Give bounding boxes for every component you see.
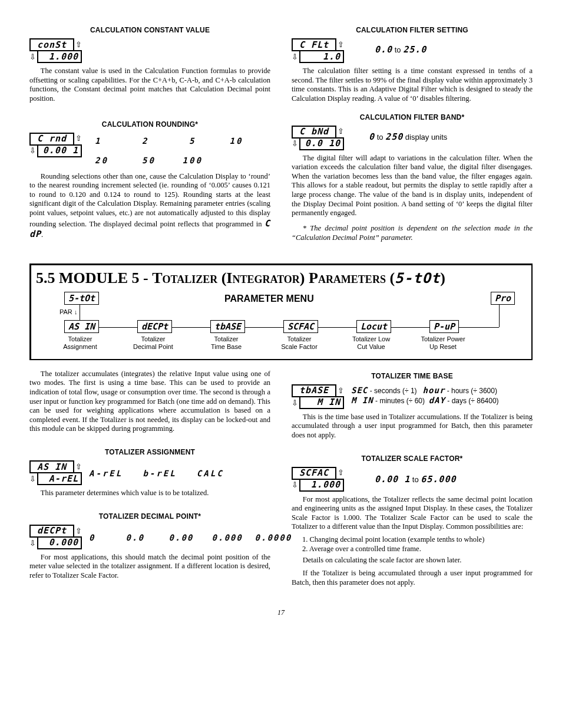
heading-calc-filter: CALCULATION FILTER SETTING	[292, 26, 533, 35]
flow-node-decpt: dECPt	[137, 320, 172, 334]
page-number: 17	[29, 608, 533, 617]
flow-node-pup: P-uP	[429, 320, 459, 334]
lcd-tot-assign: AS IN ⇧ ⇩ A-rEL A-rEL b-rEL CALC	[29, 460, 270, 485]
rounding-options: 1 2 5 10 20 50 100	[95, 133, 243, 169]
lower-columns: The totalizer accumulates (integrates) t…	[29, 370, 533, 591]
para-totalizer-intro: The totalizer accumulates (integrates) t…	[29, 370, 270, 434]
scfac-li1: 1. Changing decimal point location (exam…	[302, 535, 533, 545]
down-arrow-icon: ↓	[74, 308, 78, 315]
assign-options: A-rEL b-rEL CALC	[89, 469, 224, 479]
para-tot-assign: This parameter determines which value is…	[29, 489, 270, 498]
flow-node-tbase: tbASE	[210, 320, 245, 334]
rounding-row1: 1 2 5 10	[95, 136, 243, 147]
tbase-options: SEC - seconds (÷ 1) hour - hours (÷ 3600…	[351, 386, 499, 406]
lcd-round-bot: 0.00 1	[37, 144, 82, 157]
lcd-tot-decpt: dECPt ⇧ ⇩ 0.000 0 0.0 0.00 0.000 0.0000	[29, 525, 270, 549]
col-lower-right: TOTALIZER TIME BASE tbASE ⇧ ⇩ M IN SEC -…	[292, 370, 533, 591]
nav-arrow-icon: ⇩	[29, 475, 36, 484]
para-tot-scfac: For most applications, the Totalizer ref…	[292, 495, 533, 532]
para-calc-filter: The calculation filter setting is a time…	[292, 67, 533, 104]
flow-label-locut: Totalizer Low Cut Value	[345, 335, 398, 352]
nav-arrow-icon: ⇧	[338, 468, 344, 477]
nav-arrow-icon: ⇩	[29, 539, 36, 548]
top-columns: CALCULATION CONSTANT VALUE conSt ⇧ ⇩ 1.0…	[29, 24, 533, 246]
lcd-const-top: conSt	[29, 38, 74, 51]
lcd-assign-bot: A-rEL	[37, 472, 82, 485]
lcd-calc-filter: C FLt ⇧ ⇩ 1.0 0.0 to 25.0	[292, 38, 533, 63]
nav-arrow-icon: ⇧	[338, 386, 344, 396]
para-scfac-details: Details on calculating the scale factor …	[292, 556, 533, 565]
nav-arrow-icon: ⇧	[75, 526, 82, 536]
scfac-list: 1. Changing decimal point location (exam…	[302, 535, 533, 554]
nav-arrow-icon: ⇩	[292, 480, 298, 490]
scfac-li2: 2. Average over a controlled time frame.	[302, 545, 533, 554]
lcd-scfac-top: SCFAC	[292, 467, 336, 480]
scfac-range: 0.00 1 to 65.000	[375, 474, 456, 485]
flow-start-box: 5-tOt	[64, 292, 99, 305]
lcd-const-bot: 1.000	[37, 50, 82, 63]
flow-node-locut: Locut	[356, 320, 391, 334]
band-range: 0 to 250 display units	[369, 131, 447, 143]
lcd-round-top: C rnd	[29, 133, 74, 146]
para-tot-decpt: For most applications, this should match…	[29, 553, 270, 581]
lcd-tot-scfac: SCFAC ⇧ ⇩ 1.000 0.00 1 to 65.000	[292, 467, 533, 492]
decimal-note: * The decimal point position is dependen…	[292, 224, 533, 242]
lcd-decpt-top: dECPt	[29, 525, 74, 538]
flow-label-pup: Totalizer Power Up Reset	[416, 335, 470, 352]
lcd-scfac-bot: 1.000	[299, 479, 344, 492]
lcd-decpt-bot: 0.000	[37, 536, 82, 549]
col-right: CALCULATION FILTER SETTING C FLt ⇧ ⇩ 1.0…	[292, 24, 533, 246]
module5-flowchart: 5-tOt PARAMETER MENU Pro PAR ↓ AS IN Tot…	[36, 291, 527, 355]
flow-node-asin: AS IN	[64, 320, 99, 334]
decpt-options: 0 0.0 0.00 0.000 0.0000	[89, 533, 292, 543]
heading-tot-scfac: TOTALIZER SCALE FACTOR*	[292, 454, 533, 463]
module5-box: 5.5 MODULE 5 - Totalizer (Integrator) Pa…	[29, 263, 533, 360]
lcd-band-bot: 0.0 10	[299, 137, 344, 150]
filter-range: 0.0 to 25.0	[375, 44, 427, 55]
flow-label-scfac: Totalizer Scale Factor	[273, 335, 326, 352]
para-calc-band: The digital filter will adapt to variati…	[292, 154, 533, 218]
heading-calc-constant: CALCULATION CONSTANT VALUE	[29, 26, 270, 35]
para-calc-constant: The constant value is used in the Calcul…	[29, 67, 270, 104]
col-left: CALCULATION CONSTANT VALUE conSt ⇧ ⇩ 1.0…	[29, 24, 270, 246]
col-lower-left: The totalizer accumulates (integrates) t…	[29, 370, 270, 591]
flow-label-decpt: Totalizer Decimal Point	[127, 335, 180, 352]
nav-arrow-icon: ⇧	[338, 127, 344, 136]
para-calc-rounding: Rounding selections other than one, caus…	[29, 172, 270, 241]
nav-arrow-icon: ⇧	[75, 462, 82, 472]
flow-node-scfac: SCFAC	[283, 320, 318, 334]
nav-arrow-icon: ⇧	[338, 40, 344, 50]
par-label: PAR ↓	[59, 308, 77, 317]
lcd-filt-bot: 1.0	[299, 50, 344, 63]
lcd-calc-constant: conSt ⇧ ⇩ 1.000	[29, 38, 270, 63]
para-scfac-batch: If the Totalizer is being accumulated th…	[292, 569, 533, 587]
lcd-calc-rounding: C rnd ⇧ ⇩ 0.00 1 1 2 5 10 20 50 100	[29, 133, 270, 169]
module5-title: 5.5 MODULE 5 - Totalizer (Integrator) Pa…	[36, 269, 527, 288]
lcd-tbase-top: tbASE	[292, 384, 336, 397]
lcd-tbase-bot: M IN	[299, 396, 344, 409]
lcd-tot-tbase: tbASE ⇧ ⇩ M IN SEC - seconds (÷ 1) hour …	[292, 384, 533, 409]
nav-arrow-icon: ⇩	[29, 146, 36, 156]
flow-label-asin: Totalizer Assignment	[54, 335, 107, 352]
heading-tot-assign: TOTALIZER ASSIGNMENT	[29, 448, 270, 457]
lcd-band-top: C bNd	[292, 126, 336, 139]
nav-arrow-icon: ⇩	[29, 52, 36, 62]
lcd-filt-top: C FLt	[292, 38, 336, 51]
heading-calc-band: CALCULATION FILTER BAND*	[292, 113, 533, 122]
parameter-menu-label: PARAMETER MENU	[224, 293, 314, 305]
flow-label-tbase: Totalizer Time Base	[200, 335, 253, 352]
lcd-calc-band: C bNd ⇧ ⇩ 0.0 10 0 to 250 display units	[292, 126, 533, 150]
rounding-row2: 20 50 100	[95, 156, 243, 166]
heading-tot-tbase: TOTALIZER TIME BASE	[292, 372, 533, 381]
nav-arrow-icon: ⇩	[292, 139, 298, 149]
para-tot-tbase: This is the time base used in Totalizer …	[292, 413, 533, 440]
nav-arrow-icon: ⇩	[292, 398, 298, 408]
heading-calc-rounding: CALCULATION ROUNDING*	[29, 120, 270, 129]
nav-arrow-icon: ⇩	[292, 52, 298, 62]
nav-arrow-icon: ⇧	[75, 134, 82, 143]
lcd-assign-top: AS IN	[29, 460, 74, 473]
nav-arrow-icon: ⇧	[75, 40, 82, 50]
heading-tot-decpt: TOTALIZER DECIMAL POINT*	[29, 512, 270, 521]
flow-pro-box: Pro	[491, 292, 515, 305]
